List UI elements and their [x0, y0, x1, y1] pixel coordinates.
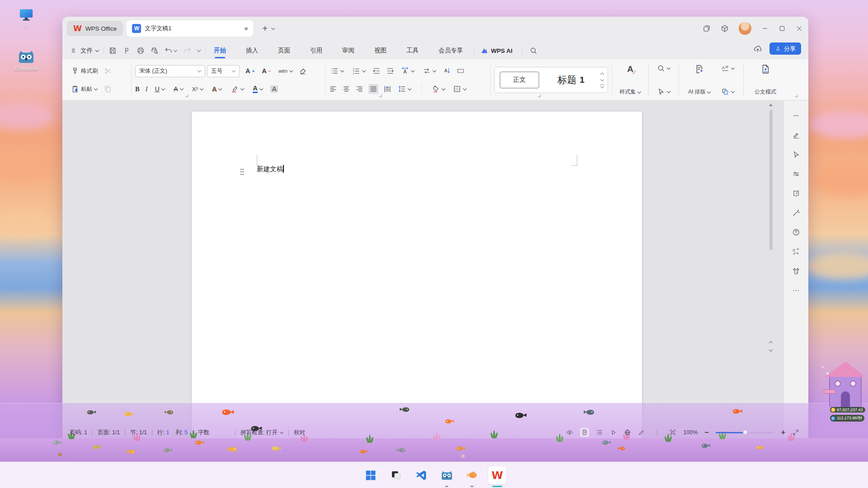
- styles-expand-button[interactable]: [600, 84, 604, 88]
- zoom-slider-knob[interactable]: [743, 430, 748, 435]
- avatar[interactable]: [739, 22, 751, 35]
- new-tab-button[interactable]: +: [262, 23, 268, 34]
- fish[interactable]: [583, 410, 594, 415]
- find-button[interactable]: [656, 63, 672, 73]
- style-set-button[interactable]: A 样式集: [616, 63, 645, 97]
- wps-ai-button[interactable]: WPS AI: [481, 47, 513, 55]
- tab-tools[interactable]: 工具: [406, 47, 419, 55]
- fish[interactable]: [164, 448, 173, 453]
- package-icon[interactable]: [721, 24, 729, 33]
- help-icon[interactable]: [792, 228, 800, 236]
- maximize-button[interactable]: [778, 25, 786, 32]
- save-icon[interactable]: [108, 47, 117, 55]
- zoom-out-button[interactable]: −: [704, 428, 708, 436]
- scroll-up-arrow-icon[interactable]: [769, 103, 773, 106]
- distribute-icon[interactable]: [383, 85, 392, 93]
- task-view-button[interactable]: [387, 466, 405, 484]
- boards-icon[interactable]: [703, 24, 711, 33]
- align-justify-button[interactable]: [368, 84, 378, 94]
- share-button[interactable]: 分享: [769, 42, 801, 55]
- text-direction-button[interactable]: [421, 66, 438, 76]
- fish[interactable]: [53, 441, 62, 445]
- char-shading-button[interactable]: A: [270, 85, 278, 93]
- web-view-icon[interactable]: [624, 429, 631, 436]
- decrease-font-button[interactable]: A−: [260, 66, 272, 75]
- outline-view-icon[interactable]: [596, 429, 603, 436]
- fish[interactable]: [618, 447, 625, 451]
- decrease-indent-icon[interactable]: [373, 67, 381, 75]
- vscode-button[interactable]: [412, 466, 430, 484]
- tab-home[interactable]: 开始: [214, 47, 226, 55]
- font-name-select[interactable]: 宋体 (正文): [135, 65, 205, 77]
- fish[interactable]: [702, 444, 711, 448]
- fullscreen-icon[interactable]: [792, 429, 799, 436]
- font-size-select[interactable]: 五号: [207, 65, 240, 77]
- document-text-line[interactable]: 新建文稿: [257, 165, 284, 174]
- adjust-sliders-icon[interactable]: [792, 170, 800, 178]
- redo-icon[interactable]: [183, 47, 191, 55]
- shading-button[interactable]: [430, 84, 447, 94]
- tab-review[interactable]: 审阅: [342, 47, 354, 55]
- desktop-icon-godot[interactable]: Godot.exe: [10, 49, 42, 71]
- fish[interactable]: [87, 410, 96, 415]
- fish[interactable]: [125, 412, 134, 417]
- start-button[interactable]: [362, 466, 380, 484]
- status-proofread[interactable]: 校对: [294, 429, 305, 436]
- pointer-icon[interactable]: [792, 150, 800, 159]
- align-left-icon[interactable]: [329, 85, 337, 93]
- highlight-button[interactable]: [229, 84, 245, 94]
- dialog-launcher-icon[interactable]: [379, 94, 382, 97]
- fish[interactable]: [602, 441, 611, 445]
- bold-button[interactable]: B: [135, 85, 140, 93]
- zoom-percent[interactable]: 100%: [683, 429, 698, 436]
- text-typeset-button[interactable]: A: [720, 63, 736, 73]
- dialog-launcher-icon[interactable]: [538, 94, 541, 97]
- translate-icon[interactable]: 文A: [792, 248, 800, 256]
- fish[interactable]: [515, 413, 527, 419]
- align-center-icon[interactable]: [342, 85, 350, 93]
- fish[interactable]: [195, 441, 204, 445]
- fish[interactable]: [396, 448, 405, 453]
- fish[interactable]: [733, 409, 743, 414]
- fish[interactable]: [164, 410, 173, 415]
- chevron-down-icon[interactable]: [197, 49, 201, 52]
- tab-member[interactable]: 会员专享: [439, 47, 463, 55]
- pinyin-guide-button[interactable]: wén: [277, 67, 294, 75]
- wps-home-button[interactable]: W WPS Office: [67, 21, 123, 36]
- page-view-button[interactable]: [580, 428, 589, 437]
- tab-reference[interactable]: 引用: [310, 47, 322, 55]
- drag-handle-icon[interactable]: [240, 168, 244, 175]
- dialog-launcher-icon[interactable]: [185, 94, 188, 97]
- eye-protect-icon[interactable]: [566, 429, 573, 436]
- godot-taskbar-button[interactable]: [438, 466, 456, 484]
- cut-icon[interactable]: [104, 67, 112, 75]
- fit-page-icon[interactable]: [669, 429, 676, 436]
- zoom-in-button[interactable]: +: [781, 428, 785, 436]
- bullet-list-button[interactable]: [329, 66, 345, 76]
- document-tab[interactable]: W 文字文稿1: [127, 20, 253, 37]
- vertical-scrollbar[interactable]: [768, 103, 774, 352]
- status-word-count[interactable]: 字数: [198, 429, 209, 436]
- ink-icon[interactable]: [638, 429, 645, 436]
- close-button[interactable]: [796, 25, 803, 32]
- official-doc-mode-button[interactable]: 公文模式: [747, 63, 783, 97]
- zoom-slider[interactable]: [716, 432, 774, 433]
- increase-indent-icon[interactable]: [386, 67, 394, 75]
- copy-icon[interactable]: [104, 85, 112, 93]
- italic-button[interactable]: I: [146, 85, 148, 93]
- theme-skin-icon[interactable]: [792, 267, 800, 275]
- undo-button[interactable]: [165, 47, 177, 55]
- fish[interactable]: [457, 446, 466, 451]
- style-heading1[interactable]: 标题 1: [544, 67, 598, 93]
- align-right-icon[interactable]: [355, 85, 363, 93]
- magic-wand-icon[interactable]: [792, 209, 800, 217]
- scrollbar-thumb[interactable]: [769, 110, 773, 250]
- styles-down-button[interactable]: [600, 78, 604, 82]
- search-icon[interactable]: [529, 47, 538, 55]
- superscript-button[interactable]: X²: [191, 85, 205, 94]
- wps-taskbar-button[interactable]: W: [488, 466, 506, 484]
- fish[interactable]: [222, 409, 235, 416]
- desktop-icon-monitor[interactable]: s: [13, 8, 40, 28]
- font-color-button[interactable]: A: [251, 84, 264, 94]
- more-dots-icon[interactable]: [792, 286, 800, 295]
